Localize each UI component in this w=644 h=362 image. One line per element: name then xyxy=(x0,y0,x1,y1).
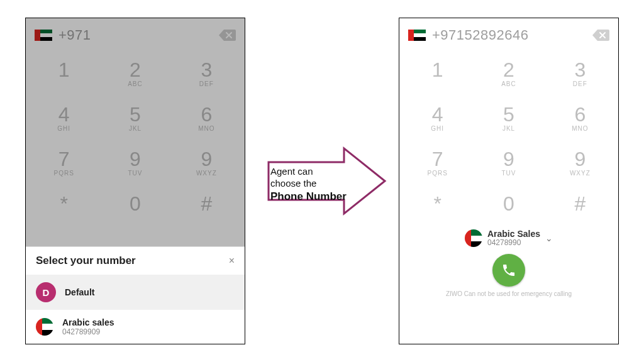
entered-number[interactable]: +971 xyxy=(58,27,212,43)
key-1[interactable]: 1 xyxy=(28,50,99,94)
key-7[interactable]: 7PQRS xyxy=(402,139,473,184)
key-3[interactable]: 3DEF xyxy=(171,50,242,94)
key-0[interactable]: 0 xyxy=(473,184,544,228)
key-8[interactable]: 9TUV xyxy=(99,139,170,184)
selected-line-name: Arabic Sales xyxy=(487,229,540,239)
dial-header: +97152892646 xyxy=(399,18,618,50)
key-7[interactable]: 7PQRS xyxy=(28,139,99,184)
phone-icon xyxy=(501,263,516,278)
option-label: Arabic sales xyxy=(62,317,114,327)
keypad: 1 2ABC 3DEF 4GHI 5JKL 6MNO 7PQRS 9TUV 9W… xyxy=(399,50,618,228)
option-initial-icon: D xyxy=(36,282,56,302)
key-hash[interactable]: # xyxy=(171,184,242,228)
flag-uae-icon xyxy=(465,229,482,247)
selected-line-dropdown[interactable]: Arabic Sales 04278990 ⌄ xyxy=(399,229,618,248)
arrow-caption: Agent can choose the Phone Number xyxy=(270,166,347,203)
close-icon[interactable]: × xyxy=(229,255,235,266)
dial-header: +971 xyxy=(26,18,245,50)
key-5[interactable]: 5JKL xyxy=(473,94,544,139)
option-label: Default xyxy=(65,287,94,297)
backspace-icon[interactable] xyxy=(218,28,236,42)
key-5[interactable]: 5JKL xyxy=(99,94,170,139)
select-number-sheet: Select your number × D Default Arabic sa… xyxy=(26,246,245,344)
phone-right: +97152892646 1 2ABC 3DEF 4GHI 5JKL 6MNO … xyxy=(399,18,619,344)
option-sub: 042789909 xyxy=(62,327,114,336)
key-star[interactable]: * xyxy=(28,184,99,228)
key-2[interactable]: 2ABC xyxy=(99,50,170,94)
key-2[interactable]: 2ABC xyxy=(473,50,544,94)
chevron-down-icon: ⌄ xyxy=(545,233,553,243)
selected-line-number: 04278990 xyxy=(487,239,540,247)
number-option-default[interactable]: D Default xyxy=(26,275,245,310)
flag-uae-icon xyxy=(36,318,53,336)
comparison-stage: +971 1 2ABC 3DEF 4GHI 5JKL 6MNO 7PQRS 9T… xyxy=(0,0,644,362)
flag-uae-icon xyxy=(408,30,426,41)
number-option-arabic-sales[interactable]: Arabic sales 042789909 xyxy=(26,310,245,344)
phone-left: +971 1 2ABC 3DEF 4GHI 5JKL 6MNO 7PQRS 9T… xyxy=(25,18,245,344)
key-0[interactable]: 0 xyxy=(99,184,170,228)
backspace-icon[interactable] xyxy=(592,28,609,42)
key-1[interactable]: 1 xyxy=(402,50,473,94)
transition-arrow: Agent can choose the Phone Number xyxy=(253,143,391,219)
key-star[interactable]: * xyxy=(402,184,473,228)
key-hash[interactable]: # xyxy=(545,184,616,228)
sheet-title: Select your number xyxy=(36,255,136,267)
key-3[interactable]: 3DEF xyxy=(545,50,616,94)
emergency-disclaimer: ZIWO Can not be used for emergency calli… xyxy=(399,290,618,301)
key-4[interactable]: 4GHI xyxy=(402,94,473,139)
sheet-header: Select your number × xyxy=(26,247,245,275)
key-4[interactable]: 4GHI xyxy=(28,94,99,139)
key-9[interactable]: 9WXYZ xyxy=(171,139,242,184)
key-9[interactable]: 9WXYZ xyxy=(545,139,616,184)
entered-number[interactable]: +97152892646 xyxy=(432,27,586,43)
flag-uae-icon xyxy=(35,30,52,41)
call-button[interactable] xyxy=(492,254,525,287)
key-8[interactable]: 9TUV xyxy=(473,139,544,184)
key-6[interactable]: 6MNO xyxy=(171,94,242,139)
key-6[interactable]: 6MNO xyxy=(545,94,616,139)
keypad: 1 2ABC 3DEF 4GHI 5JKL 6MNO 7PQRS 9TUV 9W… xyxy=(26,50,245,228)
